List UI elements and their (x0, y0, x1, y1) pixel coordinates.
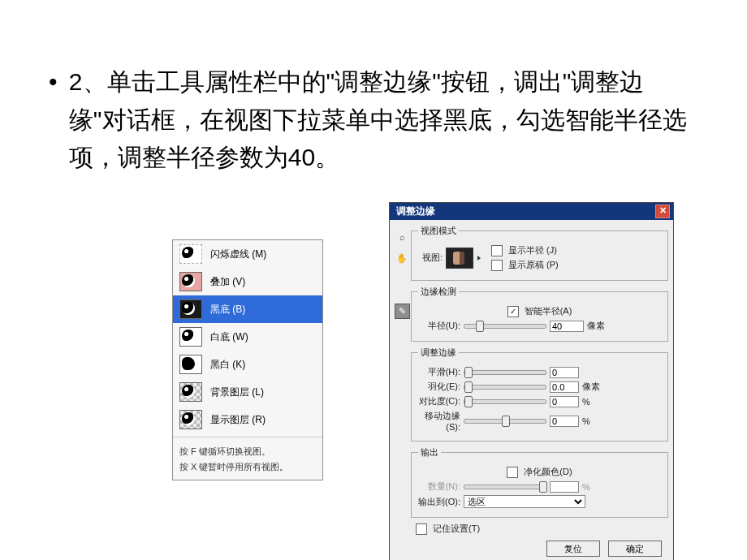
fieldset-adjust-edge: 调整边缘 平滑(H): 羽化(E): 像素 对比度(C): (411, 347, 668, 442)
contrast-unit: % (582, 397, 590, 407)
remember-label: 记住设置(T) (433, 523, 480, 535)
thumbnail-icon (179, 327, 202, 347)
show-original-label: 显示原稿 (P) (508, 259, 559, 271)
footnote-cycle: 按 F 键循环切换视图。 (173, 441, 322, 461)
contrast-slider[interactable] (464, 399, 546, 404)
purify-color-checkbox[interactable]: 净化颜色(D) (507, 466, 572, 478)
view-menu-item-label: 显示图层 (R) (210, 413, 266, 427)
output-to-select[interactable]: 选区 (464, 495, 585, 508)
smart-radius-label: 智能半径(A) (525, 305, 572, 317)
shift-slider[interactable] (464, 419, 546, 424)
legend-edge-detect: 边缘检测 (418, 286, 459, 298)
shift-label: 移动边缘(S): (418, 410, 460, 432)
view-menu-item[interactable]: 闪烁虚线 (M) (173, 240, 322, 268)
amount-label: 数量(N): (418, 480, 460, 493)
reset-button[interactable]: 复位 (546, 541, 600, 557)
checkbox-icon (491, 260, 503, 271)
show-radius-checkbox[interactable]: 显示半径 (J) (491, 244, 559, 256)
separator (173, 437, 322, 437)
view-menu-item[interactable]: 黑底 (B) (173, 295, 322, 323)
shift-unit: % (582, 416, 590, 426)
legend-view-mode: 视图模式 (418, 225, 459, 237)
radius-label: 半径(U): (418, 320, 460, 332)
view-menu-item[interactable]: 叠加 (V) (173, 268, 322, 295)
show-radius-label: 显示半径 (J) (508, 244, 557, 256)
checkbox-icon (416, 523, 427, 535)
checkbox-icon: ✓ (507, 306, 519, 317)
show-original-checkbox[interactable]: 显示原稿 (P) (491, 259, 559, 271)
thumbnail-icon (179, 382, 202, 402)
radius-slider[interactable] (464, 324, 546, 329)
view-menu-item[interactable]: 背景图层 (L) (173, 378, 322, 406)
contrast-input[interactable] (550, 396, 579, 407)
checkbox-icon (491, 245, 503, 256)
view-mode-menu[interactable]: 闪烁虚线 (M)叠加 (V)黑底 (B)白底 (W)黑白 (K)背景图层 (L)… (172, 239, 323, 480)
smooth-slider[interactable] (464, 370, 546, 375)
ok-button[interactable]: 确定 (608, 541, 662, 557)
bullet: • (49, 63, 58, 101)
fieldset-edge-detect: 边缘检测 ✓ 智能半径(A) 半径(U): 像素 (411, 286, 668, 342)
amount-slider (464, 485, 546, 489)
dialog-title: 调整边缘 (396, 205, 435, 218)
view-menu-item[interactable]: 黑白 (K) (173, 351, 322, 378)
view-menu-item-label: 背景图层 (L) (210, 386, 264, 399)
fieldset-view-mode: 视图模式 视图: 显示半径 (J) 显示原稿 (P) (411, 225, 668, 281)
legend-adjust-edge: 调整边缘 (418, 347, 459, 359)
view-menu-item[interactable]: 白底 (W) (173, 323, 322, 351)
amount-unit: % (582, 482, 590, 492)
smooth-input[interactable] (550, 367, 579, 378)
feather-input[interactable] (550, 381, 579, 393)
checkbox-icon (507, 467, 518, 478)
hand-icon[interactable]: ✋ (395, 251, 410, 266)
feather-unit: 像素 (582, 381, 600, 393)
amount-input (550, 481, 579, 493)
refine-edge-dialog: 调整边缘 ✕ ⌕ ✋ ✎ 视图模式 视图: 显示半径 (J) (389, 202, 674, 560)
close-icon[interactable]: ✕ (655, 205, 670, 218)
instruction-text: • 2、单击工具属性栏中的"调整边缘"按钮，调出"调整边缘"对话框，在视图下拉菜… (49, 63, 698, 177)
purify-label: 净化颜色(D) (524, 466, 572, 478)
instruction-body: 2、单击工具属性栏中的"调整边缘"按钮，调出"调整边缘"对话框，在视图下拉菜单中… (69, 63, 694, 177)
view-menu-item-label: 叠加 (V) (210, 275, 245, 289)
view-label: 视图: (418, 252, 443, 264)
view-dropdown[interactable] (446, 248, 473, 269)
remember-settings-checkbox[interactable]: 记住设置(T) (416, 523, 480, 535)
footnote-disable: 按 X 键暂时停用所有视图。 (173, 461, 322, 480)
contrast-label: 对比度(C): (418, 395, 460, 407)
radius-input[interactable] (550, 321, 584, 332)
thumbnail-icon (179, 355, 202, 374)
smart-radius-checkbox[interactable]: ✓ 智能半径(A) (507, 305, 572, 317)
shift-input[interactable] (550, 416, 579, 427)
radius-unit: 像素 (587, 320, 605, 332)
thumbnail-icon (179, 299, 202, 319)
feather-slider[interactable] (464, 385, 546, 390)
output-to-label: 输出到(O): (418, 496, 460, 508)
zoom-icon[interactable]: ⌕ (395, 229, 410, 244)
view-menu-item-label: 黑白 (K) (210, 358, 245, 372)
tool-column: ⌕ ✋ ✎ (393, 222, 411, 560)
smooth-label: 平滑(H): (418, 366, 460, 378)
feather-label: 羽化(E): (418, 381, 460, 393)
fieldset-output: 输出 净化颜色(D) 数量(N): % 输出到(O): 选区 (411, 446, 668, 518)
view-menu-item[interactable]: 显示图层 (R) (173, 406, 322, 433)
legend-output: 输出 (418, 446, 441, 459)
brush-icon[interactable]: ✎ (395, 304, 410, 319)
view-menu-item-label: 闪烁虚线 (M) (210, 248, 266, 261)
dialog-titlebar[interactable]: 调整边缘 ✕ (390, 203, 673, 220)
view-menu-item-label: 白底 (W) (210, 330, 248, 344)
view-menu-item-label: 黑底 (B) (210, 303, 245, 317)
thumbnail-icon (179, 272, 202, 291)
thumbnail-icon (179, 244, 202, 264)
thumbnail-icon (179, 410, 202, 429)
